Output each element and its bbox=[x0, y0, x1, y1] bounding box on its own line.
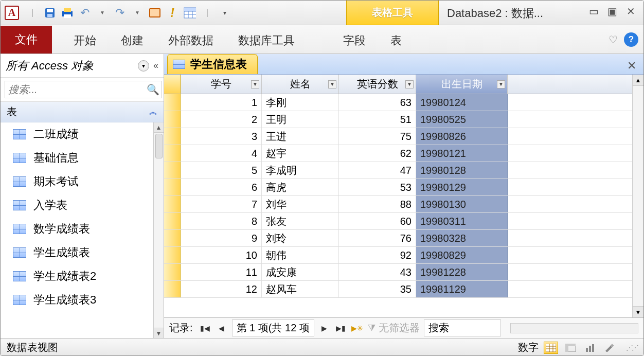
datasheet-icon[interactable] bbox=[184, 7, 196, 19]
refresh-icon[interactable]: ! bbox=[166, 7, 178, 19]
row-selector[interactable] bbox=[164, 162, 181, 179]
row-selector[interactable] bbox=[164, 247, 181, 263]
cell-id[interactable]: 12 bbox=[181, 281, 262, 297]
cell-score[interactable]: 63 bbox=[339, 94, 416, 111]
table-row[interactable]: 3王进7519980826 bbox=[164, 128, 632, 145]
nav-table-item[interactable]: 数学成绩表 bbox=[1, 217, 153, 241]
row-selector[interactable] bbox=[164, 179, 181, 195]
cell-name[interactable]: 赵宇 bbox=[262, 145, 339, 162]
cell-id[interactable]: 10 bbox=[181, 247, 262, 263]
cell-score[interactable]: 75 bbox=[339, 128, 416, 145]
design-view-button[interactable] bbox=[602, 342, 617, 354]
scroll-up-button[interactable]: ▲ bbox=[633, 75, 643, 86]
cell-name[interactable]: 成安康 bbox=[262, 264, 339, 280]
record-search-input[interactable]: 搜索 bbox=[424, 319, 501, 336]
nav-search-input[interactable] bbox=[5, 81, 162, 98]
table-row[interactable]: 6高虎5319980129 bbox=[164, 179, 632, 196]
table-row[interactable]: 7刘华8819980130 bbox=[164, 196, 632, 213]
tab-fields[interactable]: 字段 bbox=[331, 28, 378, 54]
cell-dob[interactable]: 19980826 bbox=[416, 128, 508, 145]
record-position[interactable]: 第 1 项(共 12 项 bbox=[232, 319, 314, 336]
cell-name[interactable]: 刘玲 bbox=[262, 230, 339, 246]
resize-grip[interactable]: ⋰⋰ bbox=[626, 344, 637, 352]
nav-table-item[interactable]: 入学表 bbox=[1, 193, 153, 217]
cell-score[interactable]: 53 bbox=[339, 179, 416, 195]
nav-table-item[interactable]: 基础信息 bbox=[1, 146, 153, 170]
cell-name[interactable]: 赵风车 bbox=[262, 281, 339, 297]
undo-dropdown[interactable]: ▼ bbox=[96, 7, 109, 19]
column-dropdown-icon[interactable]: ▼ bbox=[405, 80, 414, 88]
column-header-dob[interactable]: 出生日期▼ bbox=[416, 75, 508, 94]
cell-score[interactable]: 92 bbox=[339, 247, 416, 263]
grid-scrollbar[interactable]: ▲ ▼ bbox=[632, 75, 643, 317]
row-selector[interactable] bbox=[164, 264, 181, 280]
cell-score[interactable]: 88 bbox=[339, 196, 416, 212]
save-icon[interactable] bbox=[44, 7, 56, 19]
restore-button[interactable]: ▣ bbox=[605, 5, 619, 18]
scroll-thumb[interactable] bbox=[155, 134, 163, 158]
cell-id[interactable]: 6 bbox=[181, 179, 262, 195]
next-record-button[interactable]: ▶ bbox=[318, 322, 331, 334]
nav-collapse-button[interactable]: « bbox=[153, 60, 158, 71]
scroll-up-button[interactable]: ▲ bbox=[154, 122, 164, 133]
cell-score[interactable]: 60 bbox=[339, 213, 416, 229]
column-header-id[interactable]: 学号▼ bbox=[181, 75, 262, 94]
close-tab-button[interactable]: ✕ bbox=[627, 59, 636, 73]
cell-name[interactable]: 王明 bbox=[262, 111, 339, 128]
row-selector[interactable] bbox=[164, 196, 181, 212]
row-selector[interactable] bbox=[164, 213, 181, 229]
scroll-down-button[interactable]: ▼ bbox=[633, 306, 643, 317]
cell-id[interactable]: 1 bbox=[181, 94, 262, 111]
cell-id[interactable]: 4 bbox=[181, 145, 262, 162]
tab-file[interactable]: 文件 bbox=[1, 26, 52, 54]
pivot-chart-view-button[interactable] bbox=[583, 342, 597, 354]
cell-score[interactable]: 51 bbox=[339, 111, 416, 128]
row-selector[interactable] bbox=[164, 145, 181, 162]
cell-id[interactable]: 2 bbox=[181, 111, 262, 128]
cell-dob[interactable]: 19980121 bbox=[416, 145, 508, 162]
column-dropdown-icon[interactable]: ▼ bbox=[251, 80, 259, 88]
column-header-score[interactable]: 英语分数▼ bbox=[339, 75, 416, 94]
cell-name[interactable]: 王进 bbox=[262, 128, 339, 145]
tab-table[interactable]: 表 bbox=[378, 28, 414, 54]
tab-home[interactable]: 开始 bbox=[61, 28, 109, 54]
cell-dob[interactable]: 19981129 bbox=[416, 281, 508, 297]
row-selector[interactable] bbox=[164, 111, 181, 128]
cell-dob[interactable]: 19980525 bbox=[416, 111, 508, 128]
qat-customize-dropdown[interactable]: ▾ bbox=[219, 7, 231, 19]
document-tab[interactable]: 学生信息表 bbox=[167, 54, 258, 74]
table-row[interactable]: 1李刚6319980124 bbox=[164, 94, 632, 111]
table-row[interactable]: 10朝伟9219980829 bbox=[164, 247, 632, 264]
cell-id[interactable]: 8 bbox=[181, 213, 262, 229]
cell-name[interactable]: 李成明 bbox=[262, 162, 339, 179]
row-selector[interactable] bbox=[164, 128, 181, 145]
row-selector[interactable] bbox=[164, 94, 181, 111]
cell-score[interactable]: 47 bbox=[339, 162, 416, 179]
cell-dob[interactable]: 19980829 bbox=[416, 247, 508, 263]
scroll-down-button[interactable]: ▼ bbox=[154, 328, 164, 338]
cell-name[interactable]: 张友 bbox=[262, 213, 339, 229]
select-all-cell[interactable] bbox=[164, 75, 181, 94]
nav-table-item[interactable]: 学生成绩表 bbox=[1, 241, 153, 264]
cell-name[interactable]: 高虎 bbox=[262, 179, 339, 195]
table-row[interactable]: 4赵宇6219980121 bbox=[164, 145, 632, 162]
table-row[interactable]: 11成安康4319981228 bbox=[164, 264, 632, 281]
cell-id[interactable]: 9 bbox=[181, 230, 262, 246]
last-record-button[interactable]: ▶▮ bbox=[335, 322, 347, 334]
nav-table-item[interactable]: 期末考试 bbox=[1, 170, 153, 193]
row-selector[interactable] bbox=[164, 281, 181, 297]
tab-database-tools[interactable]: 数据库工具 bbox=[226, 28, 307, 54]
pivot-table-view-button[interactable] bbox=[563, 342, 578, 354]
table-row[interactable]: 8张友6019980311 bbox=[164, 213, 632, 230]
close-button[interactable]: ✕ bbox=[624, 5, 637, 18]
filter-indicator[interactable]: ⧩ 无筛选器 bbox=[368, 321, 420, 335]
new-record-button[interactable]: ▶✳ bbox=[351, 322, 364, 334]
collapse-group-icon[interactable]: ︽ bbox=[149, 106, 157, 117]
help-button[interactable]: ? bbox=[624, 32, 638, 47]
cell-dob[interactable]: 19980128 bbox=[416, 162, 508, 179]
quick-print-icon[interactable] bbox=[61, 7, 74, 19]
table-row[interactable]: 12赵风车3519981129 bbox=[164, 281, 632, 298]
cell-score[interactable]: 62 bbox=[339, 145, 416, 162]
prev-record-button[interactable]: ◀ bbox=[216, 322, 228, 334]
nav-table-item[interactable]: 二班成绩 bbox=[1, 122, 153, 146]
